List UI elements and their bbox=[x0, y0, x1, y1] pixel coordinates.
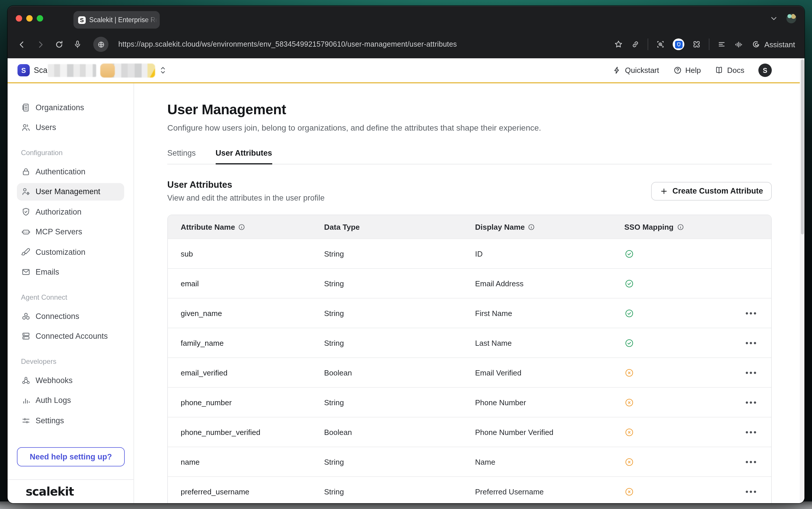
page-scrollbar[interactable] bbox=[800, 58, 804, 503]
shield-check-icon bbox=[21, 207, 31, 216]
section-header: User Attributes View and edit the attrib… bbox=[167, 179, 772, 202]
row-menu-button[interactable]: ●●● bbox=[743, 456, 760, 468]
sidebar-item-users[interactable]: Users bbox=[17, 118, 124, 136]
help-button[interactable]: Help bbox=[673, 66, 701, 75]
sidebar-item-authorization[interactable]: Authorization bbox=[17, 203, 124, 220]
minimize-window-button[interactable] bbox=[26, 15, 33, 21]
sidebar-section-configuration: Configuration bbox=[17, 149, 124, 158]
info-icon bbox=[238, 223, 245, 231]
toolbar-divider bbox=[648, 38, 648, 50]
row-menu-button[interactable]: ●●● bbox=[743, 486, 760, 497]
assistant-button[interactable]: Assistant bbox=[752, 40, 796, 49]
address-bar-url[interactable]: https://app.scalekit.cloud/ws/environmen… bbox=[118, 40, 457, 48]
tab-title: Scalekit | Enterprise Ready A bbox=[89, 16, 160, 23]
cubes-icon bbox=[21, 311, 31, 321]
column-header-data-type: Data Type bbox=[324, 223, 475, 231]
cell-display-name: Last Name bbox=[475, 338, 624, 347]
sidebar-item-connections[interactable]: Connections bbox=[17, 307, 124, 325]
tab-settings[interactable]: Settings bbox=[167, 149, 196, 164]
sidebar-section-developers: Developers bbox=[17, 358, 124, 367]
sidebar-item-organizations[interactable]: Organizations bbox=[17, 99, 124, 116]
back-button[interactable] bbox=[17, 39, 27, 49]
bar-chart-icon bbox=[21, 395, 31, 405]
sso-unmapped-icon bbox=[624, 457, 634, 467]
sidebar-footer: scalekit bbox=[8, 479, 134, 503]
sidebar-item-webhooks[interactable]: Webhooks bbox=[17, 371, 124, 389]
environment-switcher-chevrons-icon[interactable] bbox=[160, 65, 167, 75]
extensions-puzzle-icon[interactable] bbox=[692, 40, 702, 49]
docs-button[interactable]: Docs bbox=[715, 66, 744, 75]
table-row: email String Email Address ●●● bbox=[168, 268, 771, 298]
assistant-spiral-icon bbox=[752, 40, 761, 49]
environment-selector-redacted[interactable] bbox=[101, 63, 155, 77]
site-info-globe-icon[interactable] bbox=[93, 37, 108, 52]
sso-unmapped-icon bbox=[624, 486, 634, 497]
row-menu-button[interactable]: ●●● bbox=[743, 397, 760, 408]
copy-link-icon[interactable] bbox=[631, 40, 640, 49]
forward-button[interactable] bbox=[36, 39, 45, 49]
browser-window: S Scalekit | Enterprise Ready A bbox=[8, 6, 804, 503]
sso-mapped-icon bbox=[624, 278, 634, 288]
table-body: sub String ID ●●● email String Email Add… bbox=[168, 238, 771, 503]
lightning-icon bbox=[613, 66, 622, 75]
microphone-icon[interactable] bbox=[73, 40, 82, 49]
cell-attribute-name: preferred_username bbox=[168, 487, 324, 496]
mail-icon bbox=[21, 267, 31, 277]
cell-attribute-name: given_name bbox=[168, 309, 324, 317]
user-avatar[interactable]: S bbox=[758, 64, 772, 77]
cell-sso-mapping bbox=[624, 457, 712, 467]
row-menu-button[interactable]: ●●● bbox=[743, 426, 760, 438]
browser-tab-strip: S Scalekit | Enterprise Ready A bbox=[8, 6, 804, 30]
info-icon bbox=[528, 223, 535, 231]
table-row: phone_number_verified Boolean Phone Numb… bbox=[168, 417, 771, 447]
find-in-page-icon[interactable] bbox=[656, 40, 665, 49]
bitwarden-extension-icon[interactable] bbox=[673, 38, 685, 50]
row-menu-button[interactable]: ●●● bbox=[743, 337, 760, 349]
create-custom-attribute-button[interactable]: Create Custom Attribute bbox=[651, 182, 772, 200]
sidebar-item-authentication[interactable]: Authentication bbox=[17, 163, 124, 180]
reload-button[interactable] bbox=[54, 39, 64, 49]
sidebar-item-connected-accounts[interactable]: Connected Accounts bbox=[17, 327, 124, 345]
close-window-button[interactable] bbox=[16, 15, 22, 21]
webhook-icon bbox=[21, 375, 31, 385]
sidebar-item-auth-logs[interactable]: Auth Logs bbox=[17, 392, 124, 409]
browser-profile-avatar[interactable] bbox=[786, 13, 796, 23]
need-help-button[interactable]: Need help setting up? bbox=[17, 447, 125, 467]
cell-display-name: Email Address bbox=[475, 279, 624, 288]
quickstart-button[interactable]: Quickstart bbox=[613, 66, 659, 75]
table-row: given_name String First Name ●●● bbox=[168, 298, 771, 328]
toolbar-divider bbox=[709, 38, 710, 50]
book-icon bbox=[715, 66, 724, 75]
tab-user-attributes[interactable]: User Attributes bbox=[216, 149, 272, 164]
page-subtitle: Configure how users join, belong to orga… bbox=[167, 123, 772, 132]
waveform-icon[interactable] bbox=[734, 39, 744, 49]
row-menu-button[interactable]: ●●● bbox=[743, 307, 760, 319]
sliders-icon bbox=[21, 415, 31, 425]
sidebar-item-customization[interactable]: Customization bbox=[17, 243, 124, 261]
sidebar-item-settings[interactable]: Settings bbox=[17, 412, 124, 429]
zoom-window-button[interactable] bbox=[37, 15, 43, 21]
cell-sso-mapping bbox=[624, 486, 712, 497]
environment-warning-triangle bbox=[150, 68, 155, 77]
table-row: sub String ID ●●● bbox=[168, 238, 771, 268]
cell-display-name: Name bbox=[475, 457, 624, 466]
screen: S Scalekit | Enterprise Ready A bbox=[0, 0, 812, 509]
sidebar-item-emails[interactable]: Emails bbox=[17, 263, 124, 281]
reader-list-icon[interactable] bbox=[717, 40, 727, 49]
sidebar-item-user-management[interactable]: User Management bbox=[17, 183, 124, 200]
cell-attribute-name: family_name bbox=[168, 338, 324, 347]
bitwarden-shield bbox=[675, 40, 682, 48]
page-scrollbar-thumb[interactable] bbox=[801, 60, 804, 234]
row-menu-button[interactable]: ●●● bbox=[743, 367, 760, 378]
table-row: preferred_username String Preferred User… bbox=[168, 476, 771, 503]
assistant-label: Assistant bbox=[765, 40, 796, 49]
tab-overflow-chevron-icon[interactable] bbox=[770, 14, 778, 23]
browser-tab[interactable]: S Scalekit | Enterprise Ready A bbox=[73, 11, 160, 29]
sidebar-section-agent-connect: Agent Connect bbox=[17, 293, 124, 303]
table-header-row: Attribute Name Data Type Display Name bbox=[168, 215, 771, 238]
sso-mapped-icon bbox=[624, 249, 634, 259]
workspace-name: Sca bbox=[34, 66, 47, 75]
sidebar-item-mcp-servers[interactable]: MCP Servers bbox=[17, 223, 124, 240]
cell-display-name: Phone Number Verified bbox=[475, 428, 624, 436]
bookmark-star-icon[interactable] bbox=[614, 40, 624, 49]
